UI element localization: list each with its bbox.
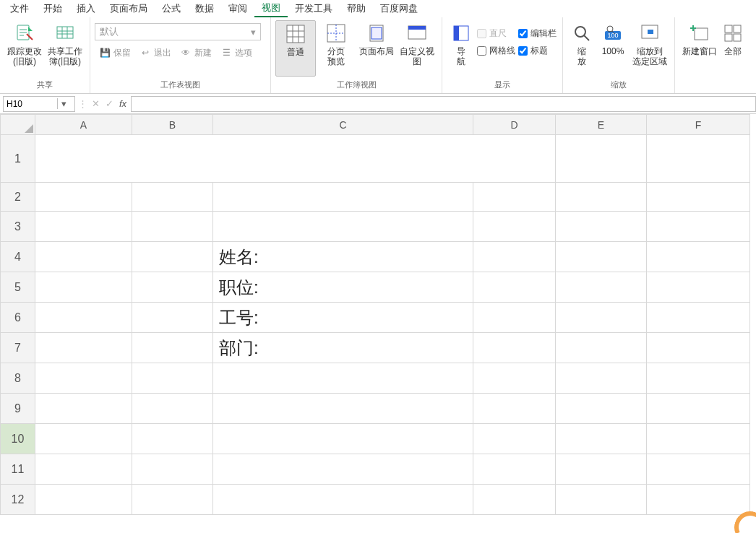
cell-F7[interactable] [647,333,750,363]
cell-A8[interactable] [35,363,132,394]
cell-E6[interactable] [556,303,647,333]
cell-E1[interactable] [556,135,647,183]
cell-A10[interactable] [35,424,132,454]
cell-B6[interactable] [132,303,213,333]
cell-D8[interactable] [473,363,556,394]
cell-C7[interactable]: 部门: [213,333,473,363]
menu-insert[interactable]: 插入 [69,1,103,17]
cell-F11[interactable] [647,454,750,485]
menu-help[interactable]: 帮助 [340,1,373,17]
cell-E9[interactable] [556,394,647,424]
cell-E11[interactable] [556,454,647,485]
name-box[interactable]: ▾ [3,96,75,112]
cell-A9[interactable] [35,394,132,424]
arrange-all-button[interactable]: 全部 [720,20,746,77]
col-header-A[interactable]: A [35,115,132,135]
track-changes-button[interactable]: 跟踪更改 (旧版) [4,20,45,77]
row-header-2[interactable]: 2 [1,183,35,212]
wsview-keep[interactable]: 💾 保留 [95,45,135,61]
cell-A4[interactable] [35,242,132,272]
cell-E7[interactable] [556,333,647,363]
shared-workbook-button[interactable]: 共享工作 簿(旧版) [45,20,85,77]
cell-A5[interactable] [35,272,132,303]
cell-D6[interactable] [473,303,556,333]
row-header-11[interactable]: 11 [1,454,35,485]
cell-C12[interactable] [213,485,473,515]
row-header-10[interactable]: 10 [1,424,35,454]
fx-icon[interactable]: fx [116,98,129,109]
cell-C5[interactable]: 职位: [213,272,473,303]
cell-E5[interactable] [556,272,647,303]
menu-home[interactable]: 开始 [36,1,69,17]
col-header-E[interactable]: E [556,115,647,135]
col-header-F[interactable]: F [647,115,750,135]
chk-headings[interactable]: 标题 [518,43,557,58]
cell-D11[interactable] [473,454,556,485]
cell-B10[interactable] [132,424,213,454]
cell-F9[interactable] [647,394,750,424]
cell-D5[interactable] [473,272,556,303]
row-header-9[interactable]: 9 [1,394,35,424]
row-header-1[interactable]: 1 [1,135,35,183]
menu-baidupan[interactable]: 百度网盘 [373,1,425,17]
col-header-C[interactable]: C [213,115,473,135]
title-cell[interactable]: 批量新增下划线 [35,135,556,183]
menu-devtools[interactable]: 开发工具 [288,1,340,17]
menu-data[interactable]: 数据 [188,1,221,17]
cell-F8[interactable] [647,363,750,394]
col-header-D[interactable]: D [473,115,556,135]
new-window-button[interactable]: 新建窗口 [679,20,720,77]
cell-E10[interactable] [556,424,647,454]
cell-F1[interactable] [647,135,750,183]
cell-D12[interactable] [473,485,556,515]
cell-C9[interactable] [213,394,473,424]
menu-view[interactable]: 视图 [254,0,288,17]
name-box-input[interactable] [4,99,57,109]
cell-D2[interactable] [473,183,556,212]
formula-input[interactable] [131,96,756,112]
cell-A3[interactable] [35,212,132,242]
select-all-corner[interactable] [1,115,35,135]
row-header-3[interactable]: 3 [1,212,35,242]
zoom-button[interactable]: 缩 放 [567,20,596,77]
cell-C3[interactable] [213,212,473,242]
cell-C2[interactable] [213,183,473,212]
cell-D9[interactable] [473,394,556,424]
cell-F4[interactable] [647,242,750,272]
menu-pagelayout[interactable]: 页面布局 [103,1,155,17]
wsview-options[interactable]: ☰ 选项 [216,45,257,61]
cell-B7[interactable] [132,333,213,363]
menu-formulas[interactable]: 公式 [155,1,188,17]
row-header-4[interactable]: 4 [1,242,35,272]
cell-C4[interactable]: 姓名: [213,242,473,272]
cell-B8[interactable] [132,363,213,394]
menu-file[interactable]: 文件 [3,1,36,17]
cell-D3[interactable] [473,212,556,242]
row-header-5[interactable]: 5 [1,272,35,303]
cell-A7[interactable] [35,333,132,363]
cell-B12[interactable] [132,485,213,515]
wsview-new[interactable]: 👁 新建 [176,45,216,61]
row-header-12[interactable]: 12 [1,485,35,515]
row-header-6[interactable]: 6 [1,303,35,333]
view-pagebreak-button[interactable]: 分页 预览 [316,20,356,77]
cell-E4[interactable] [556,242,647,272]
cell-C11[interactable] [213,454,473,485]
cell-B11[interactable] [132,454,213,485]
cell-C6[interactable]: 工号: [213,303,473,333]
cell-D4[interactable] [473,242,556,272]
spreadsheet-grid[interactable]: ABCDEF1批量新增下划线234姓名:5职位:6工号:7部门:89101112 [0,114,756,533]
wsview-dropdown[interactable]: 默认 ▾ [95,23,261,40]
cell-B5[interactable] [132,272,213,303]
col-header-B[interactable]: B [132,115,213,135]
cell-D7[interactable] [473,333,556,363]
cell-A12[interactable] [35,485,132,515]
cell-F2[interactable] [647,183,750,212]
cell-A11[interactable] [35,454,132,485]
cell-B3[interactable] [132,212,213,242]
zoom-selection-button[interactable]: 缩放到 选定区域 [630,20,670,77]
cell-F6[interactable] [647,303,750,333]
cell-E8[interactable] [556,363,647,394]
wsview-exit[interactable]: ↩ 退出 [135,45,176,61]
cell-F5[interactable] [647,272,750,303]
